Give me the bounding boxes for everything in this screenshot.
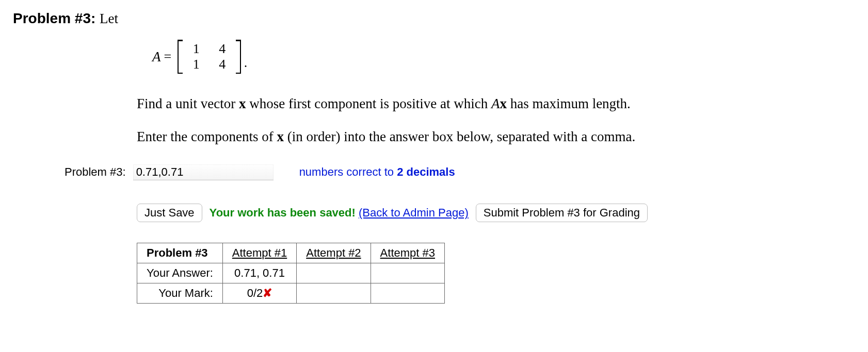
text: (in order) into the answer box below, se… (284, 129, 635, 144)
back-to-admin-link[interactable]: (Back to Admin Page) (359, 206, 469, 219)
your-mark-label: Your Mark: (137, 283, 223, 303)
matrix-cell: 4 (211, 41, 234, 57)
your-answer-value (371, 263, 444, 283)
matrix-brackets: 1 4 1 4 (178, 40, 241, 74)
text: has maximum length. (507, 96, 631, 111)
answer-row: Problem #3: numbers correct to 2 decimal… (65, 164, 855, 180)
vector-x: x (239, 96, 246, 111)
problem-label: Problem #3: (13, 10, 95, 26)
text: Find a unit vector (137, 96, 239, 111)
text: Enter the components of (137, 129, 277, 144)
matrix-period: . (244, 55, 248, 74)
matrix-name: A (152, 49, 161, 65)
matrix-cell: 1 (185, 41, 207, 57)
your-answer-value: 0.71, 0.71 (222, 263, 296, 283)
problem-body: A = 1 4 1 4 . Find a unit vector x whose… (137, 40, 855, 146)
your-answer-label: Your Answer: (137, 263, 223, 283)
wrong-icon: ✘ (263, 287, 272, 299)
attempt-header[interactable]: Attempt #1 (222, 243, 296, 263)
matrix-A-ref: A (491, 96, 500, 111)
answer-label: Problem #3: (65, 165, 126, 179)
your-answer-value (297, 263, 371, 283)
actions-row: Just Save Your work has been saved! (Bac… (137, 204, 855, 222)
matrix-row: 1 4 (185, 57, 234, 72)
attempt-header[interactable]: Attempt #2 (297, 243, 371, 263)
results-header-first: Problem #3 (137, 243, 223, 263)
your-mark-value (371, 283, 444, 303)
answer-hint: numbers correct to 2 decimals (299, 165, 455, 179)
matrix-definition: A = 1 4 1 4 . (137, 40, 855, 74)
let-text: Let (100, 11, 118, 26)
your-mark-value: 0/2✘ (222, 283, 296, 303)
vector-x: x (500, 96, 507, 111)
table-row: Your Mark: 0/2✘ (137, 283, 445, 303)
matrix-body: 1 4 1 4 (178, 40, 241, 74)
matrix-row: 1 4 (185, 41, 234, 57)
hint-decimals: 2 decimals (397, 165, 455, 178)
attempt-header[interactable]: Attempt #3 (371, 243, 444, 263)
equals-sign: = (164, 49, 172, 64)
answer-input[interactable] (133, 164, 274, 180)
table-row: Your Answer: 0.71, 0.71 (137, 263, 445, 283)
hint-text: numbers correct to (299, 165, 397, 178)
mark-score: 0/2 (247, 287, 263, 299)
just-save-button[interactable]: Just Save (137, 204, 202, 222)
table-row: Problem #3 Attempt #1 Attempt #2 Attempt… (137, 243, 445, 263)
problem-line-2: Enter the components of x (in order) int… (137, 127, 855, 146)
saved-status: Your work has been saved! (Back to Admin… (210, 206, 469, 220)
matrix-cell: 1 (185, 57, 207, 72)
problem-line-1: Find a unit vector x whose first compone… (137, 94, 855, 113)
problem-header: Problem #3: Let (13, 10, 855, 27)
vector-x: x (277, 129, 284, 144)
results-table: Problem #3 Attempt #1 Attempt #2 Attempt… (137, 243, 445, 304)
saved-message: Your work has been saved! (210, 206, 356, 219)
submit-button[interactable]: Submit Problem #3 for Grading (476, 204, 648, 222)
text: whose first component is positive at whi… (246, 96, 491, 111)
matrix-cell: 4 (211, 57, 234, 72)
your-mark-value (297, 283, 371, 303)
